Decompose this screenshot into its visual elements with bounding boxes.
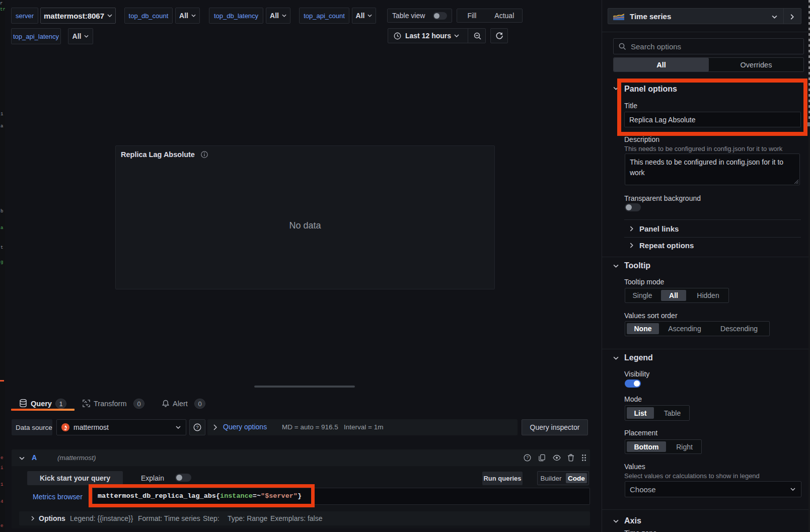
- svg-text:?: ?: [196, 424, 198, 430]
- svg-text:?: ?: [526, 455, 529, 460]
